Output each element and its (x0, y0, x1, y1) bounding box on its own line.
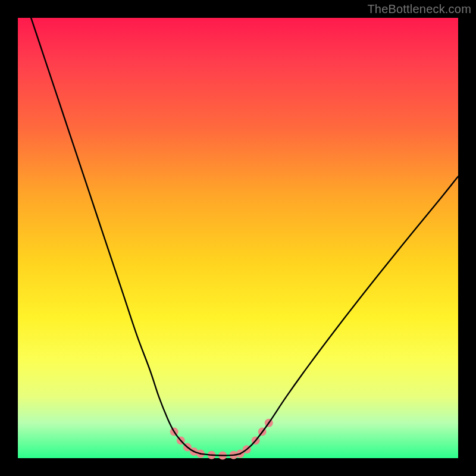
chart-frame: TheBottleneck.com (0, 0, 476, 476)
curve-left-branch (31, 18, 201, 454)
curve-layer (31, 18, 458, 456)
watermark-text: TheBottleneck.com (367, 2, 471, 16)
chart-overlay (18, 18, 458, 458)
curve-right-branch (240, 176, 458, 453)
